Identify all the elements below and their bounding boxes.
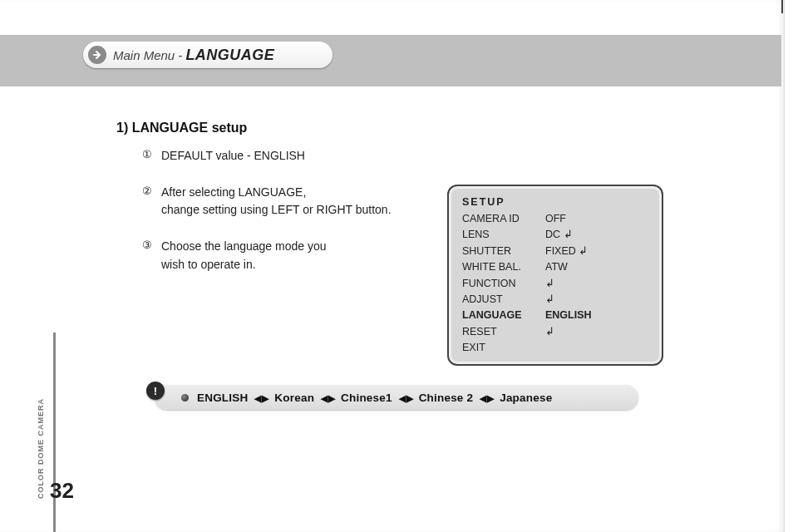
- enter-icon: ↲: [576, 245, 588, 257]
- setup-menu-row: EXIT: [462, 340, 648, 356]
- setup-menu-row: SHUTTERFIXED ↲: [462, 244, 648, 259]
- setup-row-key: CAMERA ID: [462, 211, 545, 227]
- step-number: ③: [140, 239, 155, 254]
- page-number: 32: [50, 478, 74, 504]
- setup-row-value: ENGLISH: [545, 308, 592, 323]
- breadcrumb-pill: Main Menu - LANGUAGE: [83, 42, 332, 68]
- setup-menu-row: LENSDC ↲: [462, 227, 648, 243]
- setup-menu-row: FUNCTION ↲: [462, 276, 648, 292]
- setup-menu-row: RESET ↲: [462, 324, 648, 340]
- setup-row-key: LANGUAGE: [462, 308, 545, 323]
- setup-menu-title: SETUP: [462, 196, 648, 208]
- setup-row-value: ↲: [545, 276, 554, 292]
- breadcrumb-main: LANGUAGE: [185, 47, 274, 64]
- setup-menu-row: WHITE BAL.ATW: [462, 259, 648, 275]
- setup-row-key: WHITE BAL.: [462, 259, 545, 275]
- step-text: DEFAULT value - ENGLISH: [161, 147, 305, 165]
- setup-row-key: ADJUST: [462, 292, 545, 308]
- setup-menu-rows: CAMERA IDOFFLENSDC ↲SHUTTERFIXED ↲WHITE …: [462, 211, 648, 356]
- setup-row-key: LENS: [462, 227, 545, 243]
- setup-menu-row: LANGUAGEENGLISH: [462, 308, 648, 323]
- setup-row-value: FIXED ↲: [545, 244, 588, 259]
- section-heading: 1) LANGUAGE setup: [116, 121, 677, 135]
- enter-icon: ↲: [545, 293, 554, 305]
- setup-row-value: ATW: [545, 259, 568, 275]
- step-text: Choose the language mode youwish to oper…: [161, 238, 326, 273]
- setup-row-value: DC ↲: [545, 227, 573, 243]
- info-badge-icon: !: [146, 382, 165, 400]
- arrow-right-circle-icon: [88, 46, 106, 64]
- enter-icon: ↲: [545, 278, 554, 289]
- enter-icon: ↲: [560, 229, 572, 240]
- setup-menu-row: ADJUST ↲: [462, 292, 648, 308]
- language-options-bar: ! ENGLISH ◀ ▶ Korean ◀ ▶ Chinese1 ◀ ▶ Ch…: [155, 385, 638, 410]
- setup-row-value: ↲: [545, 292, 554, 308]
- bullet-icon: [181, 394, 189, 401]
- breadcrumb-prefix: Main Menu -: [113, 48, 182, 62]
- setup-row-value: OFF: [545, 211, 566, 227]
- setup-row-key: EXIT: [462, 340, 545, 356]
- setup-menu-row: CAMERA IDOFF: [462, 211, 648, 227]
- setup-row-key: SHUTTER: [462, 244, 545, 259]
- setup-row-key: FUNCTION: [462, 276, 545, 292]
- step-number: ①: [140, 148, 155, 163]
- enter-icon: ↲: [545, 326, 554, 337]
- page-edge-mark: [781, 0, 783, 13]
- language-options-text: ENGLISH ◀ ▶ Korean ◀ ▶ Chinese1 ◀ ▶ Chin…: [197, 392, 552, 404]
- setup-row-key: RESET: [462, 324, 545, 340]
- step-number: ②: [140, 185, 155, 200]
- setup-row-value: ↲: [545, 324, 554, 340]
- setup-menu-box: SETUP CAMERA IDOFFLENSDC ↲SHUTTERFIXED ↲…: [447, 185, 663, 366]
- step-text: After selecting LANGUAGE,change setting …: [161, 184, 392, 219]
- step-item: ①DEFAULT value - ENGLISH: [140, 147, 677, 165]
- side-label: COLOR DOME CAMERA: [37, 398, 45, 499]
